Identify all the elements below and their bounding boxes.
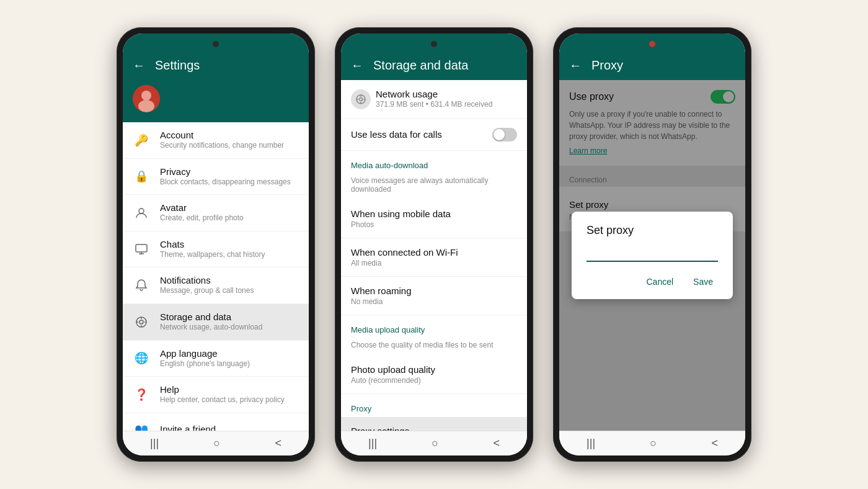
- phone-settings: ← Settings 🔑 Account: [117, 27, 315, 462]
- wifi-subtitle: All media: [351, 259, 517, 267]
- bottom-nav-3: ||| ○ <: [559, 431, 745, 455]
- notifications-icon: [133, 277, 150, 294]
- language-subtitle: English (phone's language): [160, 359, 299, 369]
- notifications-subtitle: Message, group & call tones: [160, 286, 299, 296]
- nav-recent-3[interactable]: |||: [587, 437, 595, 450]
- chats-title: Chats: [160, 239, 299, 249]
- back-button-1[interactable]: ←: [133, 58, 145, 73]
- network-usage-item[interactable]: Network usage 371.9 MB sent • 631.4 MB r…: [341, 80, 527, 119]
- wifi-title: When connected on Wi-Fi: [351, 247, 517, 258]
- app-bar-3: ← Proxy: [559, 51, 745, 80]
- phone1-inner: ← Settings 🔑 Account: [123, 34, 309, 455]
- nav-recent-1[interactable]: |||: [150, 437, 159, 450]
- chats-icon: [133, 241, 150, 258]
- dialog-overlay: Set proxy Cancel Save: [559, 80, 745, 431]
- account-subtitle: Security notifications, change number: [160, 141, 299, 151]
- svg-point-2: [138, 100, 154, 112]
- invite-title: Invite a friend: [160, 424, 299, 431]
- help-icon: ❓: [133, 386, 150, 403]
- storage-title: Storage and data: [160, 312, 299, 322]
- privacy-icon: 🔒: [133, 168, 150, 185]
- use-less-data-item[interactable]: Use less data for calls: [341, 119, 527, 151]
- svg-point-1: [141, 91, 151, 101]
- toggle-knob: [494, 129, 505, 140]
- camera-dot-1: [213, 41, 219, 47]
- settings-item-notifications[interactable]: Notifications Message, group & call tone…: [123, 267, 309, 304]
- mobile-data-item[interactable]: When using mobile data Photos: [341, 200, 527, 238]
- settings-item-privacy[interactable]: 🔒 Privacy Block contacts, disappearing m…: [123, 159, 309, 195]
- camera-dot-3: [649, 41, 655, 47]
- wifi-item[interactable]: When connected on Wi-Fi All media: [341, 238, 527, 277]
- proxy-settings-title: Proxy settings: [351, 426, 517, 431]
- language-title: App language: [160, 348, 299, 359]
- nav-home-3[interactable]: ○: [650, 437, 657, 450]
- phone-proxy: ← Proxy Use proxy Only use a proxy if yo…: [553, 27, 751, 462]
- mobile-data-title: When using mobile data: [351, 209, 517, 219]
- proxy-content: Use proxy Only use a proxy if you're una…: [559, 80, 745, 431]
- avatar-icon: [133, 204, 150, 222]
- phone2-inner: ← Storage and data Network usage: [341, 34, 527, 455]
- photo-upload-subtitle: Auto (recommended): [351, 376, 517, 385]
- nav-home-1[interactable]: ○: [213, 437, 220, 450]
- bottom-nav-1: ||| ○ <: [123, 431, 309, 455]
- cancel-button[interactable]: Cancel: [641, 274, 678, 289]
- nav-recent-2[interactable]: |||: [368, 437, 377, 450]
- roaming-subtitle: No media: [351, 297, 517, 306]
- settings-item-storage[interactable]: Storage and data Network usage, auto-dow…: [123, 304, 309, 341]
- dialog-buttons: Cancel Save: [587, 274, 718, 289]
- privacy-title: Privacy: [160, 166, 299, 177]
- storage-content: Network usage 371.9 MB sent • 631.4 MB r…: [341, 80, 527, 431]
- dialog-title: Set proxy: [587, 224, 718, 237]
- nav-back-2[interactable]: <: [493, 437, 500, 450]
- avatar-menu-subtitle: Create, edit, profile photo: [160, 213, 299, 223]
- language-icon: 🌐: [133, 349, 150, 367]
- avatar-row: [123, 80, 309, 122]
- media-auto-download-header: Media auto-download: [341, 151, 527, 174]
- avatar-menu-title: Avatar: [160, 202, 299, 213]
- settings-item-invite[interactable]: 👥 Invite a friend: [123, 413, 309, 431]
- svg-point-6: [140, 320, 143, 324]
- phones-container: ← Settings 🔑 Account: [104, 15, 764, 474]
- avatar[interactable]: [133, 85, 160, 112]
- page-title-1: Settings: [155, 58, 200, 73]
- bottom-nav-2: ||| ○ <: [341, 431, 527, 455]
- help-title: Help: [160, 384, 299, 395]
- save-button[interactable]: Save: [688, 274, 718, 289]
- use-less-data-title: Use less data for calls: [351, 129, 442, 140]
- roaming-item[interactable]: When roaming No media: [341, 277, 527, 315]
- chats-subtitle: Theme, wallpapers, chat history: [160, 250, 299, 260]
- back-button-3[interactable]: ←: [569, 58, 582, 73]
- notifications-title: Notifications: [160, 275, 299, 285]
- media-upload-quality-note: Choose the quality of media files to be …: [341, 338, 527, 356]
- back-button-2[interactable]: ←: [351, 58, 363, 73]
- svg-point-3: [139, 209, 144, 213]
- media-upload-quality-header: Media upload quality: [341, 315, 527, 338]
- proxy-settings-item[interactable]: Proxy settings Off: [341, 417, 527, 431]
- photo-upload-title: Photo upload quality: [351, 364, 517, 375]
- storage-icon: [133, 313, 150, 331]
- settings-item-help[interactable]: ❓ Help Help center, contact us, privacy …: [123, 377, 309, 413]
- settings-item-account[interactable]: 🔑 Account Security notifications, change…: [123, 122, 309, 159]
- roaming-title: When roaming: [351, 285, 517, 296]
- privacy-subtitle: Block contacts, disappearing messages: [160, 177, 299, 187]
- camera-dot-2: [431, 41, 437, 47]
- nav-back-3[interactable]: <: [711, 437, 718, 450]
- network-icon: [351, 89, 371, 109]
- use-less-data-toggle[interactable]: [492, 128, 517, 141]
- page-title-2: Storage and data: [373, 58, 468, 73]
- invite-icon: 👥: [133, 421, 150, 431]
- network-usage-title: Network usage: [376, 89, 492, 99]
- storage-subtitle: Network usage, auto-download: [160, 323, 299, 333]
- settings-list: 🔑 Account Security notifications, change…: [123, 122, 309, 431]
- settings-item-language[interactable]: 🌐 App language English (phone's language…: [123, 341, 309, 377]
- photo-upload-item[interactable]: Photo upload quality Auto (recommended): [341, 356, 527, 394]
- proxy-input-field[interactable]: [587, 247, 718, 262]
- settings-item-chats[interactable]: Chats Theme, wallpapers, chat history: [123, 231, 309, 268]
- page-title-3: Proxy: [591, 58, 623, 73]
- app-bar-1: ← Settings: [123, 51, 309, 80]
- svg-point-8: [360, 97, 363, 101]
- nav-back-1[interactable]: <: [275, 437, 281, 450]
- mobile-data-subtitle: Photos: [351, 220, 517, 229]
- settings-item-avatar[interactable]: Avatar Create, edit, profile photo: [123, 195, 309, 231]
- nav-home-2[interactable]: ○: [432, 437, 438, 450]
